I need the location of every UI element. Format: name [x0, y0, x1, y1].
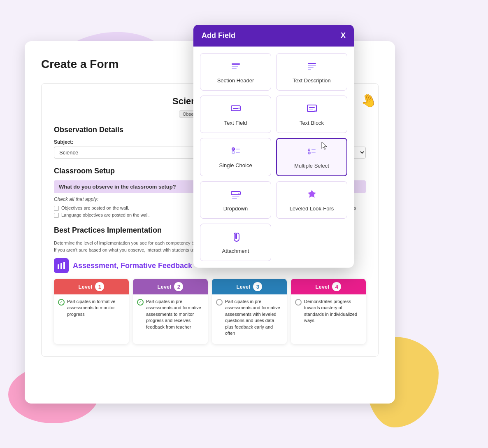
dropdown-icon	[230, 188, 242, 202]
level-1-item: ✓ Participates in formative assessments …	[58, 299, 125, 317]
subject-select[interactable]: Science	[54, 147, 206, 159]
level-2-check[interactable]: ✓	[137, 299, 144, 306]
subject-field-group: Subject: Science	[54, 139, 206, 159]
text-block-label: Text Block	[300, 120, 324, 126]
svg-rect-5	[232, 68, 237, 69]
svg-point-12	[238, 107, 240, 109]
level-2-text: Participates in pre-assessments and form…	[146, 299, 204, 330]
level-4-body: Demonstrates progress towards mastery of…	[291, 294, 366, 344]
section-header-label: Section Header	[217, 77, 254, 84]
checkbox-item-1[interactable]: Objectives are posted on the wall.	[54, 205, 206, 211]
svg-rect-2	[63, 262, 65, 269]
level-4-num: 4	[332, 282, 341, 291]
field-option-single-choice[interactable]: Single Choice	[200, 138, 271, 176]
level-1-body: ✓ Participates in formative assessments …	[54, 294, 129, 344]
svg-rect-19	[236, 149, 240, 149]
field-option-text-field[interactable]: Text Field	[200, 96, 271, 133]
svg-rect-6	[308, 63, 316, 64]
checkbox-label-1: Objectives are posted on the wall.	[61, 205, 129, 210]
level-1-label: Level	[79, 284, 92, 290]
attachment-icon	[230, 231, 242, 245]
leveled-look-fors-label: Leveled Look-Fors	[290, 205, 334, 212]
text-description-label: Text Description	[293, 77, 330, 84]
checkbox-label-2: Language objectives are posted on the wa…	[61, 212, 150, 217]
field-option-leveled-look-fors[interactable]: Leveled Look-Fors	[276, 181, 347, 219]
svg-marker-29	[308, 190, 316, 198]
levels-grid: Level 1 ✓ Participates in formative asse…	[54, 279, 366, 344]
level-3-num: 3	[253, 282, 262, 291]
multiple-select-icon	[306, 145, 318, 159]
field-option-text-block[interactable]: Text Block	[276, 96, 347, 133]
text-block-icon	[306, 103, 318, 117]
svg-rect-23	[311, 149, 316, 150]
level-3-body: Participates in pre-assessments and form…	[212, 294, 287, 344]
svg-point-16	[314, 110, 316, 112]
svg-rect-25	[311, 152, 316, 153]
text-field-label: Text Field	[224, 120, 247, 126]
field-option-text-description[interactable]: Text Description	[276, 53, 347, 91]
level-4-check[interactable]	[295, 299, 302, 306]
svg-rect-9	[308, 69, 311, 70]
svg-rect-1	[60, 263, 62, 269]
level-card-1: Level 1 ✓ Participates in formative asse…	[54, 279, 129, 344]
level-2-body: ✓ Participates in pre-assessments and fo…	[133, 294, 208, 344]
level-card-4: Level 4 Demonstrates progress towards ma…	[291, 279, 366, 344]
level-4-header: Level 4	[291, 279, 366, 294]
assessment-title: Assessment, Formative Feedback	[73, 261, 192, 270]
assessment-icon	[54, 258, 69, 273]
level-2-label: Level	[158, 284, 171, 290]
level-3-check[interactable]	[216, 299, 223, 306]
modal-header: Add Field X	[193, 25, 354, 47]
svg-rect-14	[309, 107, 315, 108]
field-option-multiple-select[interactable]: Multiple Select	[276, 138, 347, 176]
svg-rect-3	[232, 63, 240, 65]
modal-body: Section Header Text Description	[193, 47, 354, 268]
svg-rect-21	[236, 152, 240, 153]
svg-rect-0	[58, 264, 59, 269]
cursor-pointer	[320, 141, 328, 151]
level-1-header: Level 1	[54, 279, 129, 294]
text-description-icon	[306, 60, 318, 74]
level-card-3: Level 3 Participates in pre-assessments …	[212, 279, 287, 344]
svg-rect-4	[232, 66, 238, 67]
svg-rect-27	[232, 196, 239, 197]
svg-point-18	[232, 149, 234, 150]
checkbox-2[interactable]	[54, 213, 59, 218]
dropdown-label: Dropdown	[223, 205, 248, 212]
level-1-check[interactable]: ✓	[58, 299, 65, 306]
svg-rect-28	[232, 198, 237, 199]
svg-point-20	[232, 151, 235, 154]
text-field-icon	[230, 103, 242, 117]
single-choice-icon	[230, 145, 242, 159]
section-header-icon	[230, 60, 242, 74]
modal-title: Add Field	[202, 31, 235, 40]
attachment-label: Attachment	[222, 248, 249, 254]
field-option-section-header[interactable]: Section Header	[200, 53, 271, 91]
level-2-header: Level 2	[133, 279, 208, 294]
level-card-2: Level 2 ✓ Participates in pre-assessment…	[133, 279, 208, 344]
subject-label: Subject:	[54, 139, 206, 145]
svg-rect-11	[233, 108, 239, 109]
level-3-label: Level	[237, 284, 250, 290]
checkbox-item-2[interactable]: Language objectives are posted on the wa…	[54, 212, 206, 218]
level-3-header: Level 3	[212, 279, 287, 294]
level-4-label: Level	[316, 284, 329, 290]
svg-rect-7	[308, 65, 316, 66]
level-1-text: Participates in formative assessments to…	[67, 299, 125, 317]
single-choice-label: Single Choice	[219, 162, 252, 168]
field-option-dropdown[interactable]: Dropdown	[200, 181, 271, 219]
level-3-text: Participates in pre-assessments and form…	[225, 299, 283, 336]
level-2-num: 2	[174, 282, 183, 291]
multiple-select-label: Multiple Select	[294, 163, 329, 169]
svg-rect-15	[309, 109, 313, 110]
modal-close-button[interactable]: X	[341, 31, 346, 40]
svg-rect-8	[308, 67, 314, 68]
checkbox-1[interactable]	[54, 206, 59, 211]
level-3-item: Participates in pre-assessments and form…	[216, 299, 283, 336]
level-4-text: Demonstrates progress towards mastery of…	[304, 299, 362, 324]
level-2-item: ✓ Participates in pre-assessments and fo…	[137, 299, 204, 330]
level-4-item: Demonstrates progress towards mastery of…	[295, 299, 362, 324]
field-option-attachment[interactable]: Attachment	[200, 224, 271, 261]
add-field-modal: Add Field X Section Header	[193, 25, 354, 268]
level-1-num: 1	[95, 282, 104, 291]
